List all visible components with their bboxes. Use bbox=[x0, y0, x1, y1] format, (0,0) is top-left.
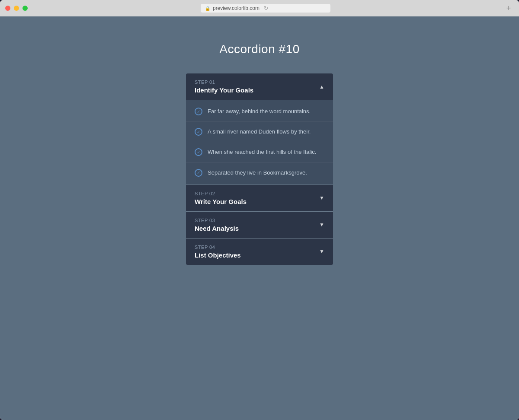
accordion-header-text-step04: STEP 04 List Objectives bbox=[195, 245, 241, 259]
accordion: STEP 01 Identify Your Goals ▲ ✓ Far far … bbox=[186, 73, 333, 265]
accordion-item-step03: STEP 03 Need Analysis ▼ bbox=[186, 212, 333, 239]
accordion-header-text-step01: STEP 01 Identify Your Goals bbox=[195, 80, 253, 94]
accordion-content-step01: ✓ Far far away, behind the word mountain… bbox=[186, 100, 333, 185]
accordion-header-text-step03: STEP 03 Need Analysis bbox=[195, 218, 239, 232]
accordion-header-step03[interactable]: STEP 03 Need Analysis ▼ bbox=[186, 212, 333, 238]
step02-label: STEP 02 bbox=[195, 191, 247, 196]
step01-label: STEP 01 bbox=[195, 80, 253, 85]
content-text: When she reached the first hills of the … bbox=[208, 148, 316, 156]
url-bar: 🔒 preview.colorlib.com ↻ bbox=[31, 4, 500, 13]
accordion-item-step04: STEP 04 List Objectives ▼ bbox=[186, 239, 333, 265]
accordion-item-step01: STEP 01 Identify Your Goals ▲ ✓ Far far … bbox=[186, 73, 333, 185]
lock-icon: 🔒 bbox=[205, 6, 210, 11]
check-icon: ✓ bbox=[195, 148, 202, 156]
list-item: ✓ A small river named Duden flows by the… bbox=[186, 122, 333, 142]
close-button[interactable] bbox=[5, 6, 10, 11]
new-tab-button[interactable]: + bbox=[503, 3, 514, 13]
check-icon: ✓ bbox=[195, 128, 202, 136]
step03-title: Need Analysis bbox=[195, 225, 239, 232]
minimize-button[interactable] bbox=[14, 6, 19, 11]
page-content: Accordion #10 STEP 01 Identify Your Goal… bbox=[0, 16, 519, 420]
chevron-down-icon: ▼ bbox=[319, 195, 324, 201]
step04-label: STEP 04 bbox=[195, 245, 241, 250]
browser-window: 🔒 preview.colorlib.com ↻ + Accordion #10… bbox=[0, 0, 519, 420]
page-title: Accordion #10 bbox=[219, 42, 300, 56]
accordion-content-inner-step01: ✓ Far far away, behind the word mountain… bbox=[186, 100, 333, 185]
step01-title: Identify Your Goals bbox=[195, 86, 253, 94]
list-item: ✓ When she reached the first hills of th… bbox=[186, 142, 333, 162]
chevron-up-icon: ▲ bbox=[319, 84, 324, 90]
accordion-item-step02: STEP 02 Write Your Goals ▼ bbox=[186, 185, 333, 212]
chevron-down-icon: ▼ bbox=[319, 248, 324, 255]
step02-title: Write Your Goals bbox=[195, 198, 247, 205]
list-item: ✓ Separated they live in Bookmarksgrove. bbox=[186, 163, 333, 183]
url-text: preview.colorlib.com bbox=[213, 5, 260, 11]
url-input-container[interactable]: 🔒 preview.colorlib.com ↻ bbox=[201, 4, 330, 13]
chevron-down-icon: ▼ bbox=[319, 222, 324, 228]
content-text: A small river named Duden flows by their… bbox=[208, 128, 311, 136]
content-text: Far far away, behind the word mountains. bbox=[208, 108, 311, 115]
accordion-header-step04[interactable]: STEP 04 List Objectives ▼ bbox=[186, 239, 333, 265]
refresh-icon[interactable]: ↻ bbox=[264, 5, 268, 11]
accordion-header-text-step02: STEP 02 Write Your Goals bbox=[195, 191, 247, 205]
maximize-button[interactable] bbox=[22, 6, 28, 11]
accordion-header-step01[interactable]: STEP 01 Identify Your Goals ▲ bbox=[186, 73, 333, 100]
step03-label: STEP 03 bbox=[195, 218, 239, 223]
browser-titlebar: 🔒 preview.colorlib.com ↻ + bbox=[0, 0, 519, 16]
check-icon: ✓ bbox=[195, 108, 202, 115]
accordion-header-step02[interactable]: STEP 02 Write Your Goals ▼ bbox=[186, 185, 333, 211]
check-icon: ✓ bbox=[195, 169, 202, 177]
content-text: Separated they live in Bookmarksgrove. bbox=[208, 169, 307, 177]
list-item: ✓ Far far away, behind the word mountain… bbox=[186, 102, 333, 122]
step04-title: List Objectives bbox=[195, 251, 241, 259]
